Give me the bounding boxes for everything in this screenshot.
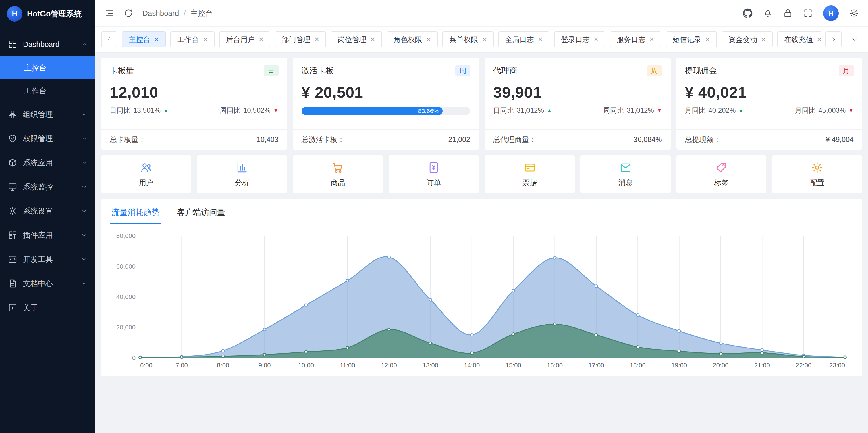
close-icon[interactable] <box>706 35 710 44</box>
tabs-scroll-left-button[interactable] <box>101 31 117 48</box>
shortcut-label: 票据 <box>523 178 537 187</box>
tab-online-recharge[interactable]: 在线充值 <box>777 31 821 48</box>
sidebar-item-workbench[interactable]: 工作台 <box>0 79 95 103</box>
bell-icon[interactable] <box>763 8 773 18</box>
svg-text:12:00: 12:00 <box>381 362 397 369</box>
svg-text:18:00: 18:00 <box>630 362 646 369</box>
stat-card-title: 激活卡板 <box>302 65 334 76</box>
shortcut-goods[interactable]: 商品 <box>293 155 383 193</box>
stat-footer-label: 总激活卡板： <box>302 135 345 144</box>
close-icon[interactable] <box>538 35 542 44</box>
sidebar-item-permissions[interactable]: 权限管理 <box>0 126 95 151</box>
close-icon[interactable] <box>426 35 431 44</box>
refresh-icon[interactable] <box>124 8 133 18</box>
user-avatar[interactable]: H <box>823 5 839 21</box>
sidebar-item-label: 文档中心 <box>23 279 53 289</box>
cart-icon <box>332 161 344 174</box>
org-structure-icon <box>8 110 17 119</box>
close-icon[interactable] <box>817 35 821 44</box>
tab-positions[interactable]: 岗位管理 <box>331 31 382 48</box>
tabs-dropdown-button[interactable] <box>846 31 862 48</box>
close-icon[interactable] <box>649 35 654 44</box>
fullscreen-icon[interactable] <box>803 8 813 18</box>
tab-fund-changes[interactable]: 资金变动 <box>721 31 773 48</box>
close-icon[interactable] <box>259 35 264 44</box>
github-icon[interactable] <box>743 8 752 18</box>
tab-role-permissions[interactable]: 角色权限 <box>386 31 438 48</box>
close-icon[interactable] <box>154 35 159 44</box>
shortcut-label: 消息 <box>618 178 633 187</box>
shortcut-analytics[interactable]: 分析 <box>197 155 287 193</box>
stat-card-withdraw-commission: 提现佣金 月 ¥ 40,021 月同比 40,202% 月同比 45,003% <box>676 58 863 149</box>
close-icon[interactable] <box>761 35 766 44</box>
close-icon[interactable] <box>482 35 487 44</box>
stat-card-row: 卡板量 日 12,010 日同比 13,501% 周同比 10,502% <box>101 58 862 149</box>
shortcut-tags[interactable]: 标签 <box>676 155 767 193</box>
tab-service-logs[interactable]: 服务日志 <box>610 31 661 48</box>
svg-text:80,000: 80,000 <box>116 232 135 239</box>
tag-icon <box>715 161 727 174</box>
tab-admin-users[interactable]: 后台用户 <box>219 31 270 48</box>
progress-fill: 83.66% <box>302 107 443 115</box>
shortcut-orders[interactable]: 订单 <box>389 155 479 193</box>
tab-login-logs[interactable]: 登录日志 <box>554 31 605 48</box>
close-icon[interactable] <box>594 35 598 44</box>
sidebar-item-label: 开发工具 <box>23 255 53 264</box>
menu-collapse-icon[interactable] <box>104 8 114 18</box>
shortcut-users[interactable]: 用户 <box>101 155 191 193</box>
mail-icon <box>619 161 632 174</box>
stat-card-agents: 代理商 周 39,901 日同比 31,012% 周同比 31,012% <box>485 58 671 149</box>
sidebar-item-system-monitor[interactable]: 系统监控 <box>0 175 95 199</box>
monitor-icon <box>8 182 17 192</box>
sidebar: H HotGo管理系统 Dashboard 主控台 工作台 组织管理 <box>0 0 95 433</box>
tab-departments[interactable]: 部门管理 <box>275 31 326 48</box>
shortcut-label: 配置 <box>810 178 824 187</box>
lock-icon[interactable] <box>783 8 793 18</box>
tab-label: 主控台 <box>129 35 150 44</box>
shield-check-icon <box>8 134 17 143</box>
close-icon[interactable] <box>314 35 319 44</box>
breadcrumb-root[interactable]: Dashboard <box>143 9 179 18</box>
shortcut-label: 订单 <box>427 178 441 187</box>
close-icon[interactable] <box>370 35 375 44</box>
svg-text:20,000: 20,000 <box>116 324 135 331</box>
shortcut-config[interactable]: 配置 <box>772 155 862 193</box>
cube-icon <box>8 158 17 167</box>
close-icon[interactable] <box>203 35 207 44</box>
tab-traffic-trend[interactable]: 流量消耗趋势 <box>110 206 161 224</box>
sidebar-item-system-apps[interactable]: 系统应用 <box>0 151 95 175</box>
trend-up-icon <box>739 108 744 113</box>
sidebar-item-about[interactable]: 关于 <box>0 295 95 320</box>
sidebar-item-label: 系统监控 <box>23 182 53 192</box>
sidebar-item-organization[interactable]: 组织管理 <box>0 103 95 126</box>
stat-footer-value: ¥ 49,004 <box>826 136 854 144</box>
stat-footer-label: 总代理商量： <box>493 135 536 144</box>
app-logo[interactable]: H HotGo管理系统 <box>0 0 95 28</box>
breadcrumb: Dashboard / 主控台 <box>143 8 213 19</box>
stat-footer-label: 总提现额： <box>685 135 721 144</box>
sidebar-item-system-settings[interactable]: 系统设置 <box>0 199 95 223</box>
period-badge: 日 <box>264 65 279 77</box>
sidebar-item-dev-tools[interactable]: 开发工具 <box>0 247 95 271</box>
svg-text:11:00: 11:00 <box>340 362 355 369</box>
tab-workbench[interactable]: 工作台 <box>170 31 214 48</box>
ticket-icon <box>523 161 536 174</box>
chevron-down-icon <box>81 208 87 214</box>
tab-global-logs[interactable]: 全局日志 <box>498 31 550 48</box>
settings-gear-icon[interactable] <box>849 8 859 18</box>
sidebar-item-plugins[interactable]: 插件应用 <box>0 223 95 247</box>
sidebar-item-console[interactable]: 主控台 <box>0 56 95 79</box>
tab-console[interactable]: 主控台 <box>122 31 166 48</box>
tab-menu-permissions[interactable]: 菜单权限 <box>442 31 493 48</box>
shortcut-invoices[interactable]: 票据 <box>485 155 575 193</box>
tab-sms-records[interactable]: 短信记录 <box>666 31 717 48</box>
tab-label: 全局日志 <box>505 35 534 44</box>
tab-label: 服务日志 <box>617 35 645 44</box>
shortcut-messages[interactable]: 消息 <box>581 155 671 193</box>
sidebar-item-dashboard[interactable]: Dashboard <box>0 32 95 56</box>
trend-down-icon <box>848 108 854 113</box>
tabs-scroll-right-button[interactable] <box>826 31 842 48</box>
sidebar-item-docs[interactable]: 文档中心 <box>0 271 95 295</box>
tab-client-visits[interactable]: 客户端访问量 <box>176 206 226 224</box>
svg-text:14:00: 14:00 <box>464 362 480 369</box>
